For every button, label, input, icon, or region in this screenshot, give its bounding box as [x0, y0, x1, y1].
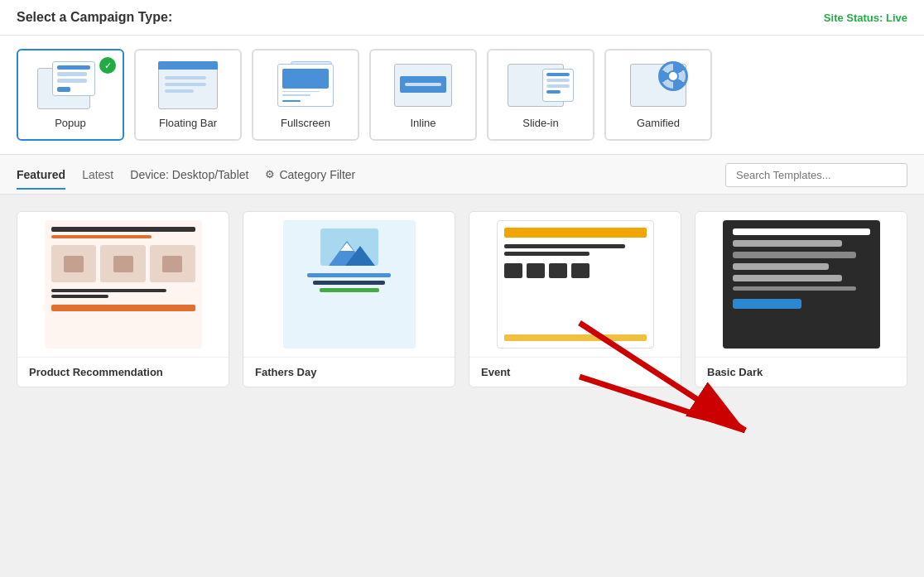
campaign-type-popup[interactable]: ✓ Popup: [17, 49, 124, 141]
inline-label: Inline: [410, 117, 436, 129]
template-name-fathers: Fathers Day: [243, 357, 455, 387]
template-name-dark: Basic Dark: [695, 357, 907, 387]
templates-section: Product Recommendation: [0, 195, 924, 404]
site-status-value: Live: [886, 12, 907, 24]
search-box: [725, 163, 907, 187]
search-input[interactable]: [725, 163, 907, 187]
template-name-event: Event: [469, 357, 681, 387]
template-fathers-day[interactable]: Fathers Day: [243, 211, 455, 387]
inline-icon: [390, 60, 456, 110]
header: Select a Campaign Type: Site Status: Liv…: [0, 0, 924, 36]
tab-latest[interactable]: Latest: [82, 168, 113, 190]
gamified-label: Gamified: [637, 117, 680, 129]
gamified-icon: [625, 60, 691, 110]
template-preview-dark: [695, 212, 907, 357]
fathers-preview-visual: [283, 220, 416, 349]
template-preview-fathers: [243, 212, 455, 357]
campaign-type-fullscreen[interactable]: Fullscreen: [252, 49, 359, 141]
template-event[interactable]: Event: [469, 211, 681, 387]
slide-in-label: Slide-in: [522, 117, 558, 129]
fullscreen-icon: [272, 60, 339, 110]
template-product-recommendation[interactable]: Product Recommendation: [17, 211, 229, 387]
templates-grid: Product Recommendation: [17, 211, 907, 387]
floating-bar-label: Floating Bar: [159, 117, 217, 129]
dark-preview-visual: [723, 220, 880, 349]
tab-category[interactable]: ⚙ Category Filter: [265, 168, 355, 190]
site-status-label: Site Status:: [824, 12, 883, 24]
template-basic-dark[interactable]: Basic Dark: [695, 211, 907, 387]
gear-icon: ⚙: [265, 168, 275, 180]
popup-label: Popup: [55, 117, 86, 129]
event-preview-visual: [497, 220, 654, 349]
template-preview-event: [469, 212, 681, 357]
campaign-type-inline[interactable]: Inline: [369, 49, 477, 141]
campaign-type-floating-bar[interactable]: Floating Bar: [134, 49, 242, 141]
floating-bar-icon: [155, 60, 221, 110]
tab-featured[interactable]: Featured: [17, 168, 65, 190]
campaign-title: Select a Campaign Type:: [17, 10, 172, 25]
campaign-type-slide-in[interactable]: Slide-in: [487, 49, 594, 141]
campaign-type-gamified[interactable]: Gamified: [604, 49, 712, 141]
filter-bar: Featured Latest Device: Desktop/Tablet ⚙…: [0, 155, 924, 195]
tab-device[interactable]: Device: Desktop/Tablet: [130, 168, 248, 190]
template-name-product: Product Recommendation: [17, 357, 229, 387]
fullscreen-label: Fullscreen: [281, 117, 330, 129]
popup-icon: [37, 60, 103, 110]
product-preview-visual: [45, 220, 202, 349]
template-preview-product: [17, 212, 229, 357]
site-status: Site Status: Live: [824, 12, 907, 24]
campaign-types-container: ✓ Popup: [0, 36, 924, 155]
slide-in-icon: [508, 60, 574, 110]
